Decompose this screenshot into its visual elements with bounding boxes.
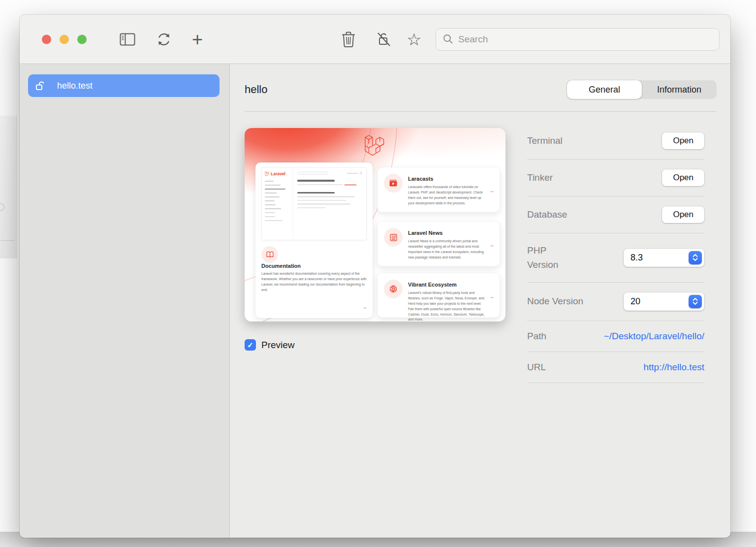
video-icon	[384, 174, 403, 193]
zoom-button[interactable]	[77, 34, 87, 44]
lock-slash-icon	[375, 31, 393, 48]
tinker-open-button[interactable]: Open	[662, 169, 704, 186]
toggle-https-button[interactable]	[375, 31, 393, 48]
plus-icon: +	[192, 30, 203, 49]
php-version-select[interactable]: 8.3	[624, 249, 704, 267]
setting-row-tinker: Tinker Open	[527, 160, 704, 196]
tab-general[interactable]: General	[567, 80, 642, 99]
card-body: Laracasts offers thousands of video tuto…	[408, 185, 485, 206]
preview-column: Laravel	[245, 112, 505, 351]
content-pane: hello General Information	[230, 64, 730, 537]
php-version-value: 8.3	[630, 253, 643, 263]
mini-brand: Laravel	[265, 171, 290, 176]
trash-icon	[341, 31, 356, 48]
settings-list: Terminal Open Tinker Open Database Open …	[527, 127, 704, 383]
setting-label: Terminal	[527, 135, 563, 146]
card-body: Laravel has wonderful documentation cove…	[261, 271, 367, 293]
terminal-open-button[interactable]: Open	[662, 132, 704, 149]
arrow-icon: →	[489, 293, 495, 300]
search-box[interactable]	[436, 28, 720, 51]
setting-row-url: URL http://hello.test	[527, 352, 704, 383]
background-window-left	[0, 116, 17, 258]
node-version-select[interactable]: 20	[624, 292, 704, 311]
mini-sidebar: Laravel	[262, 168, 293, 240]
sidebar-toggle-icon	[120, 33, 135, 46]
url-link[interactable]: http://hello.test	[643, 362, 704, 373]
mini-brand-label: Laravel	[271, 171, 285, 176]
preview-card-documentation: Laravel	[255, 162, 373, 318]
preview-toggle-row: ✓ Preview	[245, 339, 505, 351]
card-body: Laravel's robust library of first-party …	[408, 290, 485, 322]
card-title: Laravel News	[408, 230, 485, 236]
path-link[interactable]: ~/Desktop/Laravel/hello/	[604, 331, 704, 342]
sidebar: hello.test	[20, 64, 230, 537]
laravel-logo-icon	[365, 135, 385, 157]
globe-icon	[384, 280, 403, 298]
preview-card-laracasts: Laracasts Laracasts offers thousands of …	[378, 167, 500, 212]
mini-main	[293, 168, 366, 240]
stepper-icon	[689, 251, 702, 264]
search-icon	[443, 34, 453, 44]
close-button[interactable]	[42, 34, 51, 44]
sidebar-item-hello-test[interactable]: hello.test	[28, 74, 220, 97]
tab-bar: General Information	[567, 80, 717, 99]
background-divider	[0, 240, 15, 241]
toggle-sidebar-button[interactable]	[120, 33, 135, 46]
favorite-button[interactable]: ☆	[407, 31, 421, 48]
setting-row-php-version: PHP Version 8.3	[527, 233, 704, 283]
card-title: Laracasts	[408, 176, 485, 182]
database-open-button[interactable]: Open	[662, 206, 704, 223]
minimize-button[interactable]	[60, 34, 69, 44]
unlock-icon	[35, 80, 47, 92]
setting-row-database: Database Open	[527, 196, 704, 233]
setting-row-path: Path ~/Desktop/Laravel/hello/	[527, 321, 704, 352]
preview-card-laravel-news: Laravel News Laravel News is a community…	[378, 222, 500, 266]
site-preview-thumbnail: Laravel	[245, 128, 505, 322]
traffic-lights	[42, 34, 87, 44]
card-title: Vibrant Ecosystem	[408, 282, 485, 288]
refresh-icon	[156, 31, 172, 48]
sidebar-item-label: hello.test	[57, 81, 93, 91]
toolbar: +	[20, 15, 730, 64]
setting-label: Database	[527, 209, 567, 220]
card-title: Documentation	[261, 263, 367, 269]
page-title: hello	[245, 83, 267, 96]
setting-label: Path	[527, 331, 546, 342]
card-body: Laravel News is a community driven porta…	[408, 239, 485, 260]
preview-checkbox[interactable]: ✓	[245, 339, 256, 351]
setting-label: PHP Version	[527, 243, 576, 272]
tab-information[interactable]: Information	[642, 80, 717, 99]
background-circle	[0, 203, 4, 211]
setting-row-terminal: Terminal Open	[527, 127, 704, 160]
star-icon: ☆	[407, 31, 421, 48]
documentation-text: Documentation Laravel has wonderful docu…	[261, 246, 367, 293]
content-header: hello General Information	[245, 80, 717, 99]
node-version-value: 20	[630, 296, 640, 307]
preview-checkbox-label: Preview	[261, 340, 295, 351]
setting-label: Tinker	[527, 172, 553, 183]
setting-label: URL	[527, 362, 546, 373]
arrow-icon: →	[489, 187, 495, 194]
check-icon: ✓	[247, 341, 253, 350]
setting-label: Node Version	[527, 296, 583, 307]
newspaper-icon	[384, 228, 403, 247]
delete-site-button[interactable]	[341, 31, 356, 48]
arrow-icon: →	[362, 303, 368, 310]
arrow-icon: →	[489, 241, 495, 248]
add-site-button[interactable]: +	[192, 30, 203, 49]
refresh-button[interactable]	[156, 31, 172, 48]
app-window: +	[20, 15, 730, 538]
search-input[interactable]	[458, 34, 712, 45]
preview-card-vibrant-ecosystem: Vibrant Ecosystem Laravel's robust libra…	[378, 273, 500, 318]
book-icon	[261, 246, 278, 263]
stepper-icon	[689, 295, 702, 308]
setting-row-node-version: Node Version 20	[527, 283, 704, 321]
mini-screenshot: Laravel	[261, 167, 367, 240]
